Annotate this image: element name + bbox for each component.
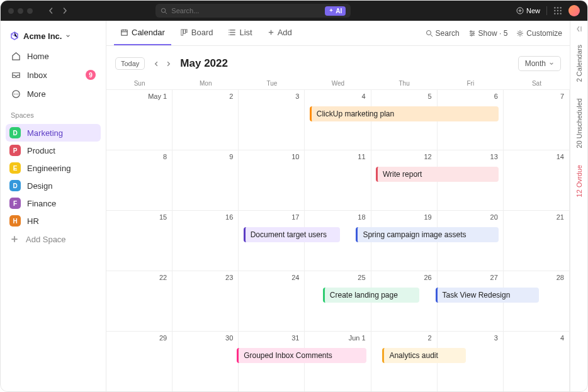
calendar-week: 15161718192021Document target usersSprin… (106, 210, 570, 271)
svg-line-1 (166, 12, 167, 14)
calendar-day-cell[interactable]: 10 (239, 150, 305, 210)
sidebar-item-home[interactable]: Home (6, 47, 101, 65)
day-number: 22 (159, 274, 167, 281)
sidebar-space-engineering[interactable]: EEngineering (6, 159, 101, 177)
customize-button[interactable]: Customize (516, 29, 562, 38)
show-button[interactable]: Show · 5 (468, 29, 508, 38)
plus-circle-icon (516, 7, 524, 14)
svg-point-10 (557, 13, 558, 14)
search-input[interactable] (171, 7, 321, 14)
tab-list[interactable]: List (222, 21, 258, 45)
calendar-day-cell[interactable]: 22 (106, 271, 172, 331)
workspace-switcher[interactable]: Acme Inc. (6, 26, 101, 46)
nav-forward-button[interactable] (59, 6, 71, 15)
day-number: 26 (424, 274, 431, 281)
calendar-event[interactable]: Grouped Inbox Comments (237, 348, 366, 363)
svg-line-21 (431, 35, 433, 36)
dow-label: Sun (106, 80, 172, 87)
search-icon (426, 30, 433, 37)
view-range-selector[interactable]: Month (518, 56, 561, 71)
day-number: 9 (229, 153, 233, 160)
minimize-window-icon[interactable] (18, 8, 23, 14)
prev-month-button[interactable] (151, 60, 162, 68)
nav-back-button[interactable] (45, 6, 57, 15)
dow-label: Fri (438, 80, 504, 87)
calendar-day-cell[interactable]: 2 (172, 90, 239, 150)
calendar-day-cell[interactable]: 15 (106, 211, 172, 271)
sparkle-icon (329, 8, 334, 13)
calendar-event[interactable]: ClickUp marketing plan (310, 106, 499, 121)
calendar-title: May 2022 (180, 57, 228, 70)
more-icon (11, 89, 21, 99)
calendar-event[interactable]: Task View Redesign (436, 288, 539, 303)
day-number: 15 (159, 213, 167, 221)
add-space-button[interactable]: Add Space (6, 231, 101, 247)
calendar-day-cell[interactable]: 21 (504, 211, 570, 271)
dow-label: Tue (239, 80, 305, 87)
calendar-day-cell[interactable]: May 1 (106, 90, 172, 150)
board-icon (180, 28, 188, 36)
calendar-event[interactable]: Analytics audit (382, 348, 465, 363)
day-number: 23 (225, 274, 233, 281)
svg-point-4 (557, 7, 558, 8)
new-button[interactable]: New (516, 7, 540, 14)
calendar-day-cell[interactable]: 3 (239, 90, 305, 150)
day-number: 21 (557, 213, 564, 221)
sidebar-space-design[interactable]: DDesign (6, 177, 101, 194)
sidebar: Acme Inc. Home Inbox 9 More Spaces DMark… (1, 21, 106, 391)
maximize-window-icon[interactable] (27, 8, 33, 14)
close-window-icon[interactable] (8, 8, 14, 14)
view-tabs: Calendar Board List Add (106, 21, 570, 46)
dow-label: Wed (305, 80, 371, 87)
search-view-button[interactable]: Search (426, 29, 460, 38)
calendar-day-cell[interactable]: 14 (504, 150, 570, 210)
calendar-event[interactable]: Spring campaign image assets (356, 227, 499, 242)
calendar-day-cell[interactable]: 16 (172, 211, 239, 271)
sidebar-item-label: Add Space (26, 235, 66, 244)
sidebar-item-inbox[interactable]: Inbox 9 (6, 66, 101, 84)
next-month-button[interactable] (163, 60, 174, 68)
calendar-day-cell[interactable]: 24 (239, 271, 305, 331)
calendar-day-cell[interactable]: 23 (172, 271, 239, 331)
calendar-event[interactable]: Write report (376, 167, 499, 182)
calendar-day-cell[interactable]: 7 (504, 90, 570, 150)
rail-overdue-button[interactable]: 12 Ovrdue (575, 161, 583, 201)
calendar-day-cell[interactable]: 11 (305, 150, 371, 210)
collapse-rail-icon[interactable] (576, 26, 582, 32)
sidebar-space-product[interactable]: PProduct (6, 142, 101, 159)
calendar-event[interactable]: Document target users (244, 227, 341, 242)
sidebar-item-more[interactable]: More (6, 85, 101, 103)
chevron-down-icon (65, 33, 71, 38)
user-avatar[interactable] (568, 5, 580, 16)
space-label: Marketing (27, 128, 63, 138)
today-button[interactable]: Today (115, 57, 145, 70)
tab-board[interactable]: Board (174, 21, 220, 45)
svg-point-11 (560, 13, 562, 14)
global-search[interactable]: AI (155, 4, 351, 18)
inbox-badge: 9 (86, 70, 96, 80)
rail-unscheduled-button[interactable]: 20 Unscheduled (575, 94, 583, 152)
sidebar-space-marketing[interactable]: DMarketing (6, 124, 101, 142)
calendar-day-cell[interactable]: 8 (106, 150, 172, 210)
sliders-icon (468, 30, 476, 37)
calendar-day-cell[interactable]: 30 (172, 332, 239, 391)
ai-button[interactable]: AI (325, 6, 346, 16)
day-of-week-header: SunMonTueWedThuFriSat (106, 77, 570, 89)
sidebar-space-finance[interactable]: FFinance (6, 194, 101, 212)
sidebar-space-hr[interactable]: HHR (6, 212, 101, 230)
calendar-day-cell[interactable]: 9 (172, 150, 239, 210)
day-number: 4 (560, 334, 564, 342)
svg-point-25 (519, 32, 521, 35)
dow-label: Thu (371, 80, 438, 87)
apps-grid-icon[interactable] (553, 6, 562, 15)
calendar-day-cell[interactable]: 4 (504, 332, 570, 391)
calendar-day-cell[interactable]: 29 (106, 332, 172, 391)
list-icon (228, 28, 236, 36)
svg-point-13 (13, 93, 14, 94)
svg-point-14 (15, 93, 16, 94)
tab-add-view[interactable]: Add (261, 21, 298, 45)
calendar-event[interactable]: Create landing page (323, 288, 420, 303)
rail-calendars-button[interactable]: 2 Calendars (575, 41, 583, 86)
tab-calendar[interactable]: Calendar (114, 21, 171, 45)
day-number: 31 (291, 334, 299, 342)
